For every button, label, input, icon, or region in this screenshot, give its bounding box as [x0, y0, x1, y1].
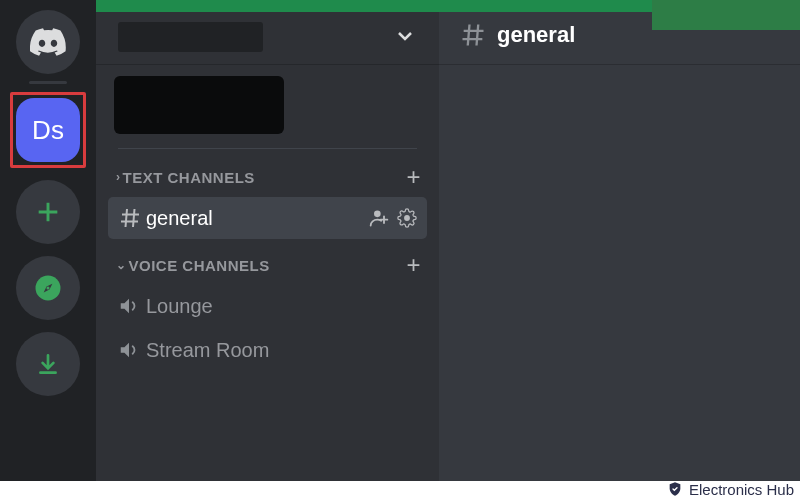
banner-strip	[96, 0, 439, 12]
discord-logo-icon	[30, 28, 66, 56]
channel-sidebar: › TEXT CHANNELS + general	[96, 0, 439, 481]
server-name	[118, 22, 263, 52]
channel-title: general	[497, 22, 575, 48]
channel-header: general	[439, 0, 800, 64]
header-action-button[interactable]	[652, 0, 800, 30]
watermark-text: Electronics Hub	[689, 481, 794, 498]
category-label: TEXT CHANNELS	[123, 169, 255, 186]
chevron-right-icon: ›	[116, 170, 121, 184]
plus-icon	[34, 198, 62, 226]
channel-name: Stream Room	[146, 339, 417, 362]
text-channel-general[interactable]: general	[108, 197, 427, 239]
svg-point-2	[374, 211, 381, 218]
explore-servers-button[interactable]	[16, 256, 80, 320]
create-invite-icon[interactable]	[369, 208, 389, 228]
add-channel-button[interactable]: +	[406, 163, 421, 191]
server-button[interactable]: Ds	[16, 98, 80, 162]
hash-icon	[459, 21, 487, 49]
category-voice-channels[interactable]: ⌄ VOICE CHANNELS +	[106, 251, 429, 283]
selected-server-highlight: Ds	[10, 92, 86, 168]
server-initials: Ds	[32, 115, 64, 146]
speaker-icon	[118, 295, 146, 317]
category-text-channels[interactable]: › TEXT CHANNELS +	[106, 163, 429, 195]
svg-point-1	[47, 287, 50, 290]
voice-channel-stream-room[interactable]: Stream Room	[108, 329, 427, 371]
compass-icon	[33, 273, 63, 303]
channel-name: Lounge	[146, 295, 417, 318]
speaker-icon	[118, 339, 146, 361]
chevron-down-icon: ⌄	[116, 258, 127, 272]
channel-name: general	[146, 207, 369, 230]
channel-list: › TEXT CHANNELS + general	[96, 64, 439, 481]
gear-icon[interactable]	[397, 208, 417, 228]
category-label: VOICE CHANNELS	[129, 257, 270, 274]
server-boost-card[interactable]	[114, 76, 284, 134]
main-view: general	[439, 0, 800, 481]
app-window: Ds › TEXT CHANNEL	[0, 0, 800, 481]
add-channel-button[interactable]: +	[406, 251, 421, 279]
download-apps-button[interactable]	[16, 332, 80, 396]
home-button[interactable]	[16, 10, 80, 74]
download-icon	[35, 351, 61, 377]
server-header[interactable]	[96, 0, 439, 64]
server-rail: Ds	[0, 0, 96, 481]
shield-icon	[667, 480, 683, 498]
add-server-button[interactable]	[16, 180, 80, 244]
watermark: Electronics Hub	[667, 478, 794, 500]
divider	[118, 148, 417, 149]
voice-channel-lounge[interactable]: Lounge	[108, 285, 427, 327]
hash-icon	[118, 206, 146, 230]
chevron-down-icon	[393, 24, 417, 48]
